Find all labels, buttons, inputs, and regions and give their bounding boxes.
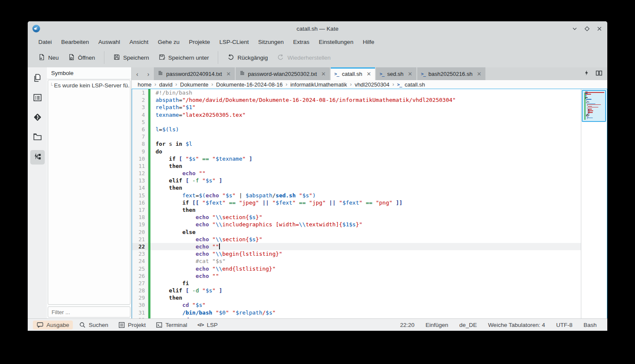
speichern-button[interactable]: Speichern xyxy=(109,51,154,65)
statusbar-field[interactable]: de_DE xyxy=(454,322,482,328)
sidebar-tool-git-icon[interactable] xyxy=(30,111,45,125)
sidebar-tool-folder-icon[interactable] xyxy=(30,130,45,145)
statusbar-field[interactable]: UTF-8 xyxy=(551,322,578,328)
code-line-27[interactable]: 27 fi xyxy=(132,280,581,287)
minimize-button[interactable] xyxy=(572,26,577,32)
code-line-16[interactable]: 16 if [[ "$fext" == "jpeg" || "$fext" ==… xyxy=(132,199,581,206)
statusbar-field[interactable]: Einfügen xyxy=(420,322,454,328)
breadcrumb-file[interactable]: catall.sh xyxy=(405,81,425,88)
symbols-tree[interactable]: └ Es wurde kein LSP-Server fü... xyxy=(48,80,130,305)
breadcrumb-segment[interactable]: david xyxy=(159,81,173,88)
code-line-30[interactable]: 30 cd "$s" xyxy=(132,301,581,309)
statusbar-projekt-toggle[interactable]: Projekt xyxy=(115,321,150,329)
menu-einstellungen[interactable]: Einstellungen xyxy=(314,38,358,46)
statusbar-lsp-toggle[interactable]: </>LSP xyxy=(193,321,222,329)
tab-bash20250216.sh[interactable]: >_bash20250216.sh✕ xyxy=(417,67,485,80)
menu-bearbeiten[interactable]: Bearbeiten xyxy=(57,38,94,46)
code-line-6[interactable]: 6l=$(ls) xyxy=(132,126,581,133)
menu-hilfe[interactable]: Hilfe xyxy=(358,38,379,46)
tab-close-icon[interactable]: ✕ xyxy=(225,71,231,77)
code-line-20[interactable]: 20 else xyxy=(132,228,581,236)
tabs-forward-arrow[interactable]: › xyxy=(143,67,154,80)
code-line-31[interactable]: 31 /bin/bash "$0" "$relpath/$s" xyxy=(132,309,581,316)
statusbar-field[interactable]: Bash xyxy=(578,322,602,328)
menu-sitzungen[interactable]: Sitzungen xyxy=(254,38,289,46)
breadcrumb-segment[interactable]: vhdl20250304 xyxy=(355,81,390,88)
breadcrumb-separator-icon: › xyxy=(211,81,213,87)
tab-close-icon[interactable]: ✕ xyxy=(476,71,482,77)
tab-close-icon[interactable]: ✕ xyxy=(320,71,326,77)
code-line-10[interactable]: 10 if [ "$s" == "$texname" ] xyxy=(132,155,581,162)
öffnen-button[interactable]: Öffnen xyxy=(64,51,100,65)
menu-gehe-zu[interactable]: Gehe zu xyxy=(153,38,184,46)
tabs-back-arrow[interactable]: ‹ xyxy=(132,67,143,80)
line-number: 1 xyxy=(132,89,148,96)
tab-close-icon[interactable]: ✕ xyxy=(407,71,413,77)
tab-catall.sh[interactable]: >_catall.sh✕ xyxy=(331,67,375,80)
code-line-9[interactable]: 9do xyxy=(132,148,581,155)
code-line-21[interactable]: 21 echo "\\section{$s}" xyxy=(132,236,581,243)
script-file-icon: >_ xyxy=(397,82,402,87)
menu-ansicht[interactable]: Ansicht xyxy=(125,38,153,46)
breadcrumb-segment[interactable]: Dokumente-16-2024-08-16 xyxy=(216,81,283,88)
breadcrumb-segment[interactable]: Dokumente xyxy=(180,81,208,88)
code-line-23[interactable]: 23 echo "\\begin{lstlisting}" xyxy=(132,250,581,257)
neu-button[interactable]: Neu xyxy=(34,51,64,65)
code-line-29[interactable]: 29 then xyxy=(132,294,581,301)
code-line-3[interactable]: 3relpath="$1" xyxy=(132,104,581,111)
menu-auswahl[interactable]: Auswahl xyxy=(94,38,125,46)
menu-projekte[interactable]: Projekte xyxy=(184,38,215,46)
code-line-5[interactable]: 5 xyxy=(132,118,581,126)
code-line-13[interactable]: 13 elif [ -f "$s" ] xyxy=(132,177,581,184)
code-line-28[interactable]: 28 elif [ -d "$s" ] xyxy=(132,287,581,294)
statusbar-field[interactable]: 22:20 xyxy=(395,322,420,328)
menu-extras[interactable]: Extras xyxy=(289,38,314,46)
breadcrumb-segment[interactable]: informatikUmathematik xyxy=(290,81,347,88)
code-line-11[interactable]: 11 then xyxy=(132,162,581,170)
minimap-viewport[interactable] xyxy=(582,90,606,122)
code-line-2[interactable]: 2abspath="/home/david/Dokumente/Dokument… xyxy=(132,96,581,104)
statusbar-ausgabe-toggle[interactable]: Ausgabe xyxy=(33,321,73,329)
menu-datei[interactable]: Datei xyxy=(34,38,57,46)
filter-input[interactable] xyxy=(48,306,130,318)
menu-lsp-client[interactable]: LSP-CLient xyxy=(215,38,254,46)
code-line-1[interactable]: 1#!/bin/bash xyxy=(132,89,581,96)
code-line-19[interactable]: 19 echo "\\includegraphics [width=\\text… xyxy=(132,221,581,228)
speichern-unter-button[interactable]: Speichern unter xyxy=(154,51,214,65)
code-text: then xyxy=(150,162,581,170)
sidebar-tool-lsp-symbols-icon[interactable] xyxy=(30,150,45,165)
magnifier-icon xyxy=(79,322,86,328)
code-line-26[interactable]: 26 echo "" xyxy=(132,272,581,280)
split-view-icon[interactable] xyxy=(596,70,602,78)
code-editor[interactable]: 1#!/bin/bash2abspath="/home/david/Dokume… xyxy=(132,89,581,318)
code-line-4[interactable]: 4texname="latex20250305.tex" xyxy=(132,111,581,118)
statusbar-field[interactable]: Weiche Tabulatoren: 4 xyxy=(482,322,551,328)
code-text: echo "\\begin{lstlisting}" xyxy=(150,250,581,257)
code-line-18[interactable]: 18 echo "\\section{$s}" xyxy=(132,214,581,221)
statusbar-terminal-toggle[interactable]: Terminal xyxy=(152,321,191,329)
minimap-scrollbar[interactable] xyxy=(581,89,607,318)
code-line-25[interactable]: 25 echo "\\end{lstlisting}" xyxy=(132,265,581,272)
code-line-7[interactable]: 7 xyxy=(132,133,581,140)
sidebar-tool-documents-icon[interactable] xyxy=(30,72,45,86)
code-line-17[interactable]: 17 then xyxy=(132,206,581,214)
code-line-14[interactable]: 14 then xyxy=(132,184,581,191)
tab-password-wlan20250302.txt[interactable]: password-wlan20250302.txt✕ xyxy=(236,67,330,80)
code-line-12[interactable]: 12 echo "" xyxy=(132,170,581,177)
rückgängig-button[interactable]: Rückgängig xyxy=(222,51,272,65)
sidebar-tool-list-window-icon[interactable] xyxy=(30,91,45,106)
line-number: 6 xyxy=(132,126,148,133)
close-button[interactable] xyxy=(597,26,602,32)
code-line-22[interactable]: 22 echo "" xyxy=(132,243,581,250)
code-line-8[interactable]: 8for s in $l xyxy=(132,140,581,147)
lightning-icon[interactable] xyxy=(584,70,589,78)
code-line-15[interactable]: 15 fext=$(echo "$s" | $abspath/sed.sh "$… xyxy=(132,192,581,199)
statusbar-suchen-toggle[interactable]: Suchen xyxy=(75,321,112,329)
tab-close-icon[interactable]: ✕ xyxy=(365,71,371,77)
breadcrumb-segment[interactable]: home xyxy=(138,81,152,88)
tab-password20240914.txt[interactable]: password20240914.txt✕ xyxy=(154,67,235,80)
code-line-24[interactable]: 24 #cat "$s" xyxy=(132,257,581,265)
titlebar[interactable]: catall.sh — Kate xyxy=(28,21,607,36)
tab-sed.sh[interactable]: >_sed.sh✕ xyxy=(376,67,416,80)
maximize-button[interactable] xyxy=(584,26,590,32)
